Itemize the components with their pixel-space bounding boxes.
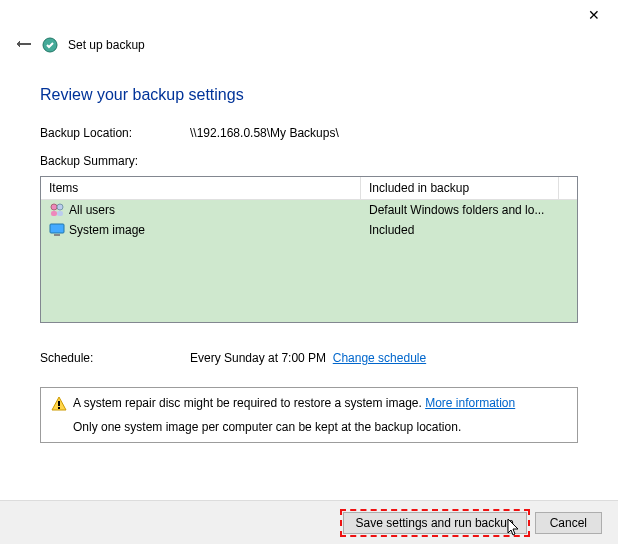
column-header-spacer xyxy=(559,177,577,199)
more-information-link[interactable]: More information xyxy=(425,396,515,410)
close-icon[interactable]: ✕ xyxy=(584,7,604,23)
users-icon xyxy=(49,202,65,218)
row-item-label: All users xyxy=(69,203,115,217)
monitor-icon xyxy=(49,222,65,238)
cancel-button[interactable]: Cancel xyxy=(535,512,602,534)
info-box: A system repair disc might be required t… xyxy=(40,387,578,443)
row-item-label: System image xyxy=(69,223,145,237)
save-settings-run-backup-button[interactable]: Save settings and run backup xyxy=(343,512,527,534)
info-text-1: A system repair disc might be required t… xyxy=(73,396,422,410)
svg-rect-7 xyxy=(58,401,60,406)
backup-location-value: \\192.168.0.58\My Backups\ xyxy=(190,126,578,140)
schedule-label: Schedule: xyxy=(40,351,190,365)
svg-rect-3 xyxy=(51,211,57,216)
warning-icon xyxy=(51,396,67,412)
svg-rect-8 xyxy=(58,407,60,409)
page-heading: Review your backup settings xyxy=(40,86,578,104)
svg-rect-5 xyxy=(50,224,64,233)
backup-location-label: Backup Location: xyxy=(40,126,190,140)
backup-shield-icon xyxy=(42,37,58,53)
column-header-items[interactable]: Items xyxy=(41,177,361,199)
back-arrow-icon[interactable]: 🠔 xyxy=(16,36,32,54)
table-row[interactable]: System image Included xyxy=(41,220,577,240)
backup-summary-table: Items Included in backup All users Defau… xyxy=(40,176,578,323)
table-row[interactable]: All users Default Windows folders and lo… xyxy=(41,200,577,220)
svg-rect-4 xyxy=(57,211,63,216)
info-text-2: Only one system image per computer can b… xyxy=(51,420,567,434)
change-schedule-link[interactable]: Change schedule xyxy=(333,351,426,365)
window-title: Set up backup xyxy=(68,38,145,52)
svg-point-1 xyxy=(51,204,57,210)
svg-rect-6 xyxy=(54,234,60,236)
schedule-value: Every Sunday at 7:00 PM xyxy=(190,351,326,365)
row-included-value: Default Windows folders and lo... xyxy=(361,201,577,219)
column-header-included[interactable]: Included in backup xyxy=(361,177,559,199)
svg-point-2 xyxy=(57,204,63,210)
row-included-value: Included xyxy=(361,221,577,239)
backup-summary-label: Backup Summary: xyxy=(40,154,578,168)
